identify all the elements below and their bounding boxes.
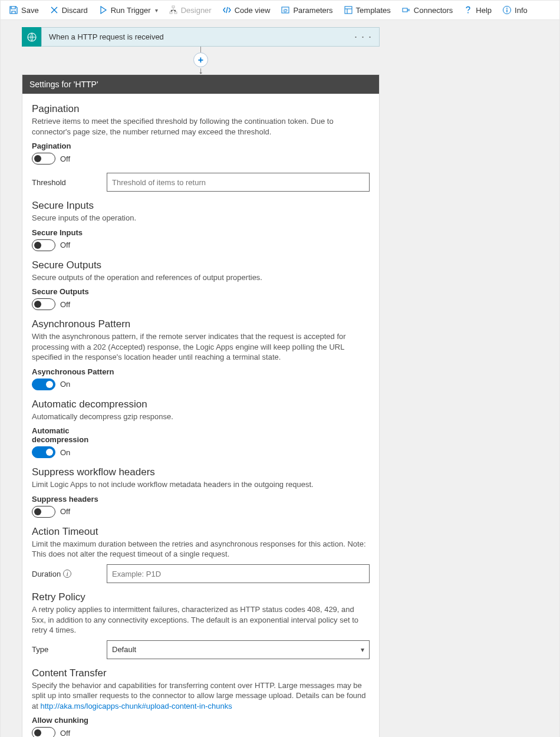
retry-type-select[interactable]: Default ▾ <box>107 640 370 659</box>
secure-inputs-desc: Secure inputs of the operation. <box>32 213 370 223</box>
pagination-toggle[interactable] <box>32 153 55 164</box>
secure-outputs-title: Secure Outputs <box>32 259 370 271</box>
svg-point-11 <box>506 8 508 9</box>
info-icon[interactable]: i <box>63 570 71 578</box>
retry-type-label: Type <box>32 645 100 654</box>
info-button[interactable]: Info <box>499 3 531 17</box>
retry-type-value: Default <box>112 645 136 654</box>
async-pattern-toggle-state: On <box>60 380 70 389</box>
http-trigger-icon <box>22 27 41 47</box>
designer-label: Designer <box>181 6 212 15</box>
svg-text:@: @ <box>283 8 288 13</box>
code-view-label: Code view <box>235 6 271 15</box>
auto-decompress-desc: Automatically decompress gzip response. <box>32 412 370 422</box>
pagination-desc: Retrieve items to meet the specified thr… <box>32 116 370 137</box>
save-label: Save <box>21 6 39 15</box>
svg-point-9 <box>467 12 469 14</box>
secure-inputs-toggle-state: Off <box>60 241 70 249</box>
parameters-label: Parameters <box>293 6 332 15</box>
run-trigger-button[interactable]: Run Trigger ▾ <box>95 3 162 17</box>
secure-outputs-toggle-state: Off <box>60 300 70 309</box>
info-icon <box>502 5 512 15</box>
help-label: Help <box>476 6 492 15</box>
secure-outputs-toggle[interactable] <box>32 298 55 310</box>
help-button[interactable]: Help <box>460 3 495 17</box>
content-transfer-desc: Specify the behavior and capabilities fo… <box>32 680 370 712</box>
templates-label: Templates <box>356 6 391 15</box>
allow-chunking-state: Off <box>60 729 70 737</box>
connectors-button[interactable]: Connectors <box>398 3 456 17</box>
secure-outputs-toggle-label: Secure Outputs <box>32 287 370 296</box>
connector-line <box>200 47 201 52</box>
arrow-down-icon: ↓ <box>199 67 203 74</box>
duration-label: Duration <box>32 570 61 578</box>
content-transfer-link[interactable]: http://aka.ms/logicapps-chunk#upload-con… <box>40 702 232 710</box>
allow-chunking-toggle[interactable] <box>32 727 55 737</box>
svg-rect-8 <box>403 8 407 12</box>
async-pattern-toggle[interactable] <box>32 379 55 390</box>
async-pattern-title: Asynchronous Pattern <box>32 318 370 330</box>
retry-policy-desc: A retry policy applies to intermittent f… <box>32 604 370 636</box>
designer-icon <box>169 5 178 15</box>
action-timeout-title: Action Timeout <box>32 526 370 538</box>
discard-label: Discard <box>62 6 88 15</box>
discard-icon <box>50 5 59 15</box>
connectors-icon <box>401 5 411 15</box>
duration-input[interactable] <box>107 564 370 583</box>
play-icon <box>98 5 108 15</box>
pagination-title: Pagination <box>32 103 370 115</box>
chevron-down-icon: ▾ <box>155 7 158 14</box>
suppress-headers-toggle-label: Suppress headers <box>32 495 370 504</box>
code-icon <box>222 5 232 15</box>
pagination-toggle-state: Off <box>60 154 70 163</box>
chevron-down-icon: ▾ <box>361 646 364 654</box>
suppress-headers-desc: Limit Logic Apps to not include workflow… <box>32 479 370 490</box>
svg-rect-2 <box>174 12 177 14</box>
run-trigger-label: Run Trigger <box>111 6 151 15</box>
action-timeout-desc: Limit the maximum duration between the r… <box>32 539 370 560</box>
settings-panel: Settings for 'HTTP' Pagination Retrieve … <box>22 74 380 737</box>
allow-chunking-label: Allow chunking <box>32 716 370 725</box>
secure-inputs-toggle[interactable] <box>32 239 55 251</box>
auto-decompress-title: Automatic decompression <box>32 399 370 410</box>
pagination-toggle-label: Pagination <box>32 142 370 150</box>
suppress-headers-toggle[interactable] <box>32 506 55 518</box>
save-button[interactable]: Save <box>5 3 42 17</box>
secure-inputs-title: Secure Inputs <box>32 200 370 212</box>
threshold-label: Threshold <box>32 178 100 187</box>
auto-decompress-toggle[interactable] <box>32 446 55 458</box>
svg-rect-1 <box>170 12 172 14</box>
auto-decompress-toggle-state: On <box>60 448 70 457</box>
designer-button[interactable]: Designer <box>165 3 215 17</box>
secure-inputs-toggle-label: Secure Inputs <box>32 228 370 237</box>
secure-outputs-desc: Secure outputs of the operation and refe… <box>32 272 370 283</box>
async-pattern-toggle-label: Asynchronous Pattern <box>32 367 370 376</box>
retry-policy-title: Retry Policy <box>32 591 370 603</box>
toolbar: Save Discard Run Trigger ▾ Designer Code… <box>1 1 559 20</box>
parameters-icon: @ <box>281 5 290 15</box>
suppress-headers-toggle-state: Off <box>60 507 70 516</box>
discard-button[interactable]: Discard <box>46 3 91 17</box>
settings-panel-title: Settings for 'HTTP' <box>22 75 379 94</box>
save-icon <box>9 5 18 15</box>
connectors-label: Connectors <box>414 6 453 15</box>
code-view-button[interactable]: Code view <box>219 3 274 17</box>
suppress-headers-title: Suppress workflow headers <box>32 466 370 478</box>
help-icon <box>463 5 473 15</box>
auto-decompress-toggle-label: Automatic decompression <box>32 426 103 444</box>
trigger-card[interactable]: When a HTTP request is received · · · <box>22 27 380 47</box>
svg-rect-5 <box>345 6 352 14</box>
templates-button[interactable]: Templates <box>340 3 394 17</box>
trigger-menu-button[interactable]: · · · <box>354 31 372 43</box>
designer-canvas: When a HTTP request is received · · · + … <box>1 20 559 737</box>
content-transfer-title: Content Transfer <box>32 667 370 679</box>
info-label: Info <box>515 6 528 15</box>
parameters-button[interactable]: @ Parameters <box>277 3 336 17</box>
threshold-input[interactable] <box>107 173 370 192</box>
templates-icon <box>344 5 353 15</box>
async-pattern-desc: With the asynchronous pattern, if the re… <box>32 331 370 363</box>
svg-rect-0 <box>172 6 174 8</box>
trigger-title: When a HTTP request is received <box>49 32 164 41</box>
